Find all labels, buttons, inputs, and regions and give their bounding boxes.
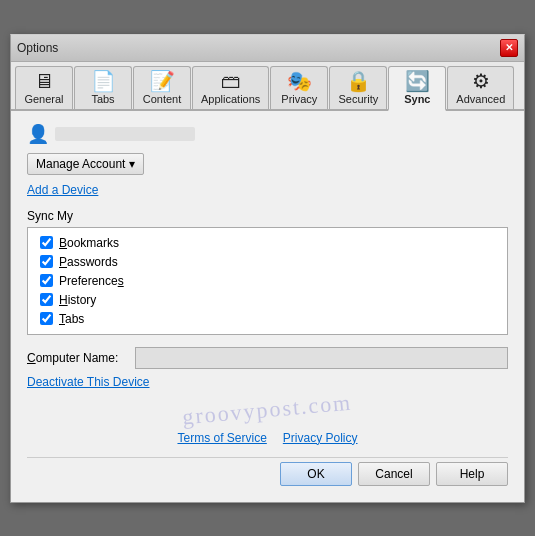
tab-tabs[interactable]: 📄 Tabs	[74, 66, 132, 109]
tab-security-label: Security	[338, 93, 378, 105]
avatar-icon: 👤	[27, 123, 49, 145]
window-title: Options	[17, 41, 58, 55]
tabs-label: Tabs	[59, 312, 84, 326]
button-row: OK Cancel Help	[27, 457, 508, 490]
sync-icon: 🔄	[405, 71, 430, 91]
tab-general-label: General	[24, 93, 63, 105]
tab-sync-label: Sync	[404, 93, 430, 105]
checkbox-row-passwords: Passwords	[40, 255, 495, 269]
tab-content-label: Content	[143, 93, 182, 105]
computer-name-row: Computer Name:	[27, 347, 508, 369]
tab-security[interactable]: 🔒 Security	[329, 66, 387, 109]
tab-applications[interactable]: 🗃 Applications	[192, 66, 269, 109]
checkbox-passwords[interactable]	[40, 255, 53, 268]
history-label: History	[59, 293, 96, 307]
tab-general[interactable]: 🖥 General	[15, 66, 73, 109]
advanced-icon: ⚙	[472, 71, 490, 91]
tab-advanced-label: Advanced	[456, 93, 505, 105]
sync-items-box: Bookmarks Passwords Preferences History …	[27, 227, 508, 335]
checkbox-bookmarks[interactable]	[40, 236, 53, 249]
checkbox-row-history: History	[40, 293, 495, 307]
security-icon: 🔒	[346, 71, 371, 91]
applications-icon: 🗃	[221, 71, 241, 91]
checkbox-preferences[interactable]	[40, 274, 53, 287]
tab-content-area: 👤 Manage Account ▾ Add a Device Sync My …	[11, 111, 524, 502]
tab-sync[interactable]: 🔄 Sync	[388, 66, 446, 111]
deactivate-device-link[interactable]: Deactivate This Device	[27, 375, 508, 389]
general-icon: 🖥	[34, 71, 54, 91]
checkbox-row-preferences: Preferences	[40, 274, 495, 288]
ok-button[interactable]: OK	[280, 462, 352, 486]
terms-of-service-link[interactable]: Terms of Service	[177, 431, 266, 445]
tab-advanced[interactable]: ⚙ Advanced	[447, 66, 514, 109]
computer-name-input[interactable]	[135, 347, 508, 369]
account-row: 👤	[27, 123, 508, 145]
title-bar: Options ✕	[11, 35, 524, 62]
tabs-bar: 🖥 General 📄 Tabs 📝 Content 🗃 Application…	[11, 62, 524, 111]
close-button[interactable]: ✕	[500, 39, 518, 57]
help-button[interactable]: Help	[436, 462, 508, 486]
watermark-text: groovypost.com	[181, 389, 353, 430]
checkbox-tabs[interactable]	[40, 312, 53, 325]
tab-tabs-label: Tabs	[91, 93, 114, 105]
content-icon: 📝	[150, 71, 175, 91]
bookmarks-label: Bookmarks	[59, 236, 119, 250]
sync-my-label: Sync My	[27, 209, 508, 223]
privacy-icon: 🎭	[287, 71, 312, 91]
footer-links: Terms of Service Privacy Policy	[27, 431, 508, 445]
options-window: Options ✕ 🖥 General 📄 Tabs 📝 Content 🗃 A…	[10, 34, 525, 503]
manage-account-button[interactable]: Manage Account ▾	[27, 153, 144, 175]
account-email	[55, 127, 195, 141]
privacy-policy-link[interactable]: Privacy Policy	[283, 431, 358, 445]
checkbox-history[interactable]	[40, 293, 53, 306]
tab-privacy[interactable]: 🎭 Privacy	[270, 66, 328, 109]
checkbox-row-tabs: Tabs	[40, 312, 495, 326]
tab-content[interactable]: 📝 Content	[133, 66, 191, 109]
cancel-button[interactable]: Cancel	[358, 462, 430, 486]
tab-applications-label: Applications	[201, 93, 260, 105]
checkbox-row-bookmarks: Bookmarks	[40, 236, 495, 250]
watermark-row: groovypost.com	[27, 397, 508, 423]
computer-name-label: Computer Name:	[27, 351, 127, 365]
tabs-icon: 📄	[91, 71, 116, 91]
add-device-link[interactable]: Add a Device	[27, 183, 508, 197]
preferences-label: Preferences	[59, 274, 124, 288]
passwords-label: Passwords	[59, 255, 118, 269]
tab-privacy-label: Privacy	[281, 93, 317, 105]
